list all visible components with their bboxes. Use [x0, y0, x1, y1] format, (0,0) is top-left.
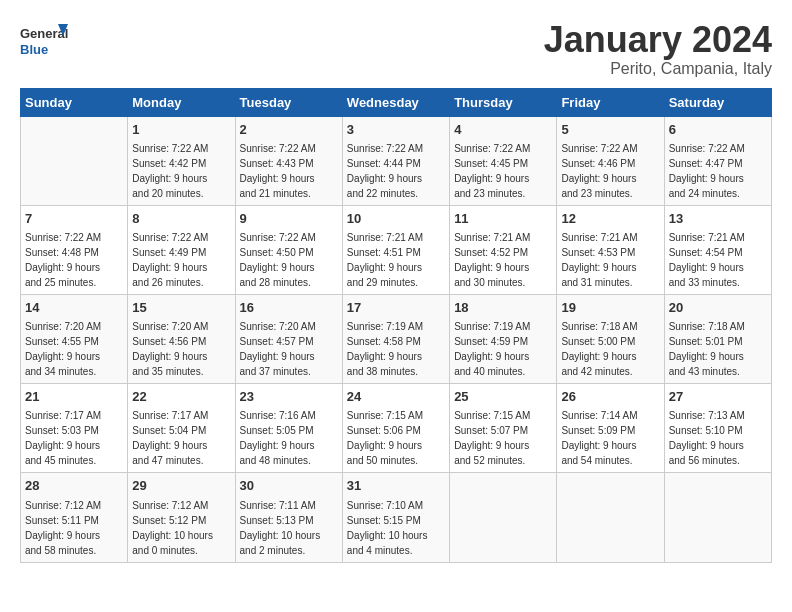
- day-number: 18: [454, 299, 552, 317]
- day-info: Sunrise: 7:22 AM Sunset: 4:45 PM Dayligh…: [454, 141, 552, 201]
- calendar-cell: 24Sunrise: 7:15 AM Sunset: 5:06 PM Dayli…: [342, 384, 449, 473]
- col-header-tuesday: Tuesday: [235, 88, 342, 116]
- day-number: 26: [561, 388, 659, 406]
- calendar-cell: 13Sunrise: 7:21 AM Sunset: 4:54 PM Dayli…: [664, 205, 771, 294]
- week-row-3: 14Sunrise: 7:20 AM Sunset: 4:55 PM Dayli…: [21, 294, 772, 383]
- day-number: 5: [561, 121, 659, 139]
- day-number: 4: [454, 121, 552, 139]
- col-header-wednesday: Wednesday: [342, 88, 449, 116]
- col-header-sunday: Sunday: [21, 88, 128, 116]
- col-header-thursday: Thursday: [450, 88, 557, 116]
- day-number: 25: [454, 388, 552, 406]
- title-area: January 2024 Perito, Campania, Italy: [544, 20, 772, 78]
- day-info: Sunrise: 7:22 AM Sunset: 4:48 PM Dayligh…: [25, 230, 123, 290]
- day-number: 29: [132, 477, 230, 495]
- calendar-cell: [664, 473, 771, 562]
- calendar-cell: 20Sunrise: 7:18 AM Sunset: 5:01 PM Dayli…: [664, 294, 771, 383]
- calendar-cell: 21Sunrise: 7:17 AM Sunset: 5:03 PM Dayli…: [21, 384, 128, 473]
- day-info: Sunrise: 7:13 AM Sunset: 5:10 PM Dayligh…: [669, 408, 767, 468]
- day-info: Sunrise: 7:17 AM Sunset: 5:04 PM Dayligh…: [132, 408, 230, 468]
- calendar-cell: [21, 116, 128, 205]
- calendar-cell: 28Sunrise: 7:12 AM Sunset: 5:11 PM Dayli…: [21, 473, 128, 562]
- day-number: 13: [669, 210, 767, 228]
- day-info: Sunrise: 7:21 AM Sunset: 4:54 PM Dayligh…: [669, 230, 767, 290]
- month-title: January 2024: [544, 20, 772, 60]
- calendar-header-row: SundayMondayTuesdayWednesdayThursdayFrid…: [21, 88, 772, 116]
- day-info: Sunrise: 7:12 AM Sunset: 5:12 PM Dayligh…: [132, 498, 230, 558]
- day-info: Sunrise: 7:20 AM Sunset: 4:55 PM Dayligh…: [25, 319, 123, 379]
- day-info: Sunrise: 7:21 AM Sunset: 4:52 PM Dayligh…: [454, 230, 552, 290]
- calendar-cell: 7Sunrise: 7:22 AM Sunset: 4:48 PM Daylig…: [21, 205, 128, 294]
- day-info: Sunrise: 7:21 AM Sunset: 4:53 PM Dayligh…: [561, 230, 659, 290]
- calendar-cell: 3Sunrise: 7:22 AM Sunset: 4:44 PM Daylig…: [342, 116, 449, 205]
- day-info: Sunrise: 7:22 AM Sunset: 4:44 PM Dayligh…: [347, 141, 445, 201]
- day-number: 30: [240, 477, 338, 495]
- day-info: Sunrise: 7:10 AM Sunset: 5:15 PM Dayligh…: [347, 498, 445, 558]
- week-row-2: 7Sunrise: 7:22 AM Sunset: 4:48 PM Daylig…: [21, 205, 772, 294]
- day-info: Sunrise: 7:11 AM Sunset: 5:13 PM Dayligh…: [240, 498, 338, 558]
- calendar-cell: 29Sunrise: 7:12 AM Sunset: 5:12 PM Dayli…: [128, 473, 235, 562]
- week-row-5: 28Sunrise: 7:12 AM Sunset: 5:11 PM Dayli…: [21, 473, 772, 562]
- calendar-cell: [557, 473, 664, 562]
- col-header-monday: Monday: [128, 88, 235, 116]
- day-number: 27: [669, 388, 767, 406]
- day-info: Sunrise: 7:22 AM Sunset: 4:49 PM Dayligh…: [132, 230, 230, 290]
- day-number: 16: [240, 299, 338, 317]
- logo: General Blue: [20, 20, 70, 65]
- calendar-cell: 9Sunrise: 7:22 AM Sunset: 4:50 PM Daylig…: [235, 205, 342, 294]
- calendar-cell: 18Sunrise: 7:19 AM Sunset: 4:59 PM Dayli…: [450, 294, 557, 383]
- location-subtitle: Perito, Campania, Italy: [544, 60, 772, 78]
- calendar-cell: 15Sunrise: 7:20 AM Sunset: 4:56 PM Dayli…: [128, 294, 235, 383]
- day-info: Sunrise: 7:22 AM Sunset: 4:43 PM Dayligh…: [240, 141, 338, 201]
- page-header: General Blue January 2024 Perito, Campan…: [20, 20, 772, 78]
- calendar-cell: 23Sunrise: 7:16 AM Sunset: 5:05 PM Dayli…: [235, 384, 342, 473]
- day-info: Sunrise: 7:18 AM Sunset: 5:01 PM Dayligh…: [669, 319, 767, 379]
- day-number: 21: [25, 388, 123, 406]
- day-number: 14: [25, 299, 123, 317]
- day-info: Sunrise: 7:20 AM Sunset: 4:56 PM Dayligh…: [132, 319, 230, 379]
- calendar-cell: 25Sunrise: 7:15 AM Sunset: 5:07 PM Dayli…: [450, 384, 557, 473]
- day-number: 17: [347, 299, 445, 317]
- day-info: Sunrise: 7:19 AM Sunset: 4:58 PM Dayligh…: [347, 319, 445, 379]
- calendar-cell: 10Sunrise: 7:21 AM Sunset: 4:51 PM Dayli…: [342, 205, 449, 294]
- calendar-cell: 26Sunrise: 7:14 AM Sunset: 5:09 PM Dayli…: [557, 384, 664, 473]
- day-info: Sunrise: 7:20 AM Sunset: 4:57 PM Dayligh…: [240, 319, 338, 379]
- day-number: 8: [132, 210, 230, 228]
- day-info: Sunrise: 7:12 AM Sunset: 5:11 PM Dayligh…: [25, 498, 123, 558]
- calendar-cell: 27Sunrise: 7:13 AM Sunset: 5:10 PM Dayli…: [664, 384, 771, 473]
- day-number: 2: [240, 121, 338, 139]
- day-info: Sunrise: 7:22 AM Sunset: 4:42 PM Dayligh…: [132, 141, 230, 201]
- day-number: 6: [669, 121, 767, 139]
- calendar-cell: 5Sunrise: 7:22 AM Sunset: 4:46 PM Daylig…: [557, 116, 664, 205]
- day-number: 19: [561, 299, 659, 317]
- day-info: Sunrise: 7:15 AM Sunset: 5:06 PM Dayligh…: [347, 408, 445, 468]
- calendar-cell: 22Sunrise: 7:17 AM Sunset: 5:04 PM Dayli…: [128, 384, 235, 473]
- day-number: 3: [347, 121, 445, 139]
- calendar-cell: 14Sunrise: 7:20 AM Sunset: 4:55 PM Dayli…: [21, 294, 128, 383]
- day-info: Sunrise: 7:22 AM Sunset: 4:50 PM Dayligh…: [240, 230, 338, 290]
- day-info: Sunrise: 7:18 AM Sunset: 5:00 PM Dayligh…: [561, 319, 659, 379]
- day-number: 12: [561, 210, 659, 228]
- calendar-table: SundayMondayTuesdayWednesdayThursdayFrid…: [20, 88, 772, 563]
- calendar-cell: 16Sunrise: 7:20 AM Sunset: 4:57 PM Dayli…: [235, 294, 342, 383]
- day-number: 15: [132, 299, 230, 317]
- logo-svg: General Blue: [20, 20, 70, 65]
- calendar-cell: 17Sunrise: 7:19 AM Sunset: 4:58 PM Dayli…: [342, 294, 449, 383]
- calendar-cell: 6Sunrise: 7:22 AM Sunset: 4:47 PM Daylig…: [664, 116, 771, 205]
- day-number: 10: [347, 210, 445, 228]
- calendar-cell: 19Sunrise: 7:18 AM Sunset: 5:00 PM Dayli…: [557, 294, 664, 383]
- calendar-cell: [450, 473, 557, 562]
- day-number: 9: [240, 210, 338, 228]
- day-number: 20: [669, 299, 767, 317]
- svg-text:Blue: Blue: [20, 42, 48, 57]
- day-info: Sunrise: 7:21 AM Sunset: 4:51 PM Dayligh…: [347, 230, 445, 290]
- day-info: Sunrise: 7:22 AM Sunset: 4:46 PM Dayligh…: [561, 141, 659, 201]
- day-number: 24: [347, 388, 445, 406]
- calendar-cell: 2Sunrise: 7:22 AM Sunset: 4:43 PM Daylig…: [235, 116, 342, 205]
- day-info: Sunrise: 7:19 AM Sunset: 4:59 PM Dayligh…: [454, 319, 552, 379]
- calendar-cell: 8Sunrise: 7:22 AM Sunset: 4:49 PM Daylig…: [128, 205, 235, 294]
- calendar-cell: 11Sunrise: 7:21 AM Sunset: 4:52 PM Dayli…: [450, 205, 557, 294]
- calendar-cell: 4Sunrise: 7:22 AM Sunset: 4:45 PM Daylig…: [450, 116, 557, 205]
- day-info: Sunrise: 7:15 AM Sunset: 5:07 PM Dayligh…: [454, 408, 552, 468]
- week-row-4: 21Sunrise: 7:17 AM Sunset: 5:03 PM Dayli…: [21, 384, 772, 473]
